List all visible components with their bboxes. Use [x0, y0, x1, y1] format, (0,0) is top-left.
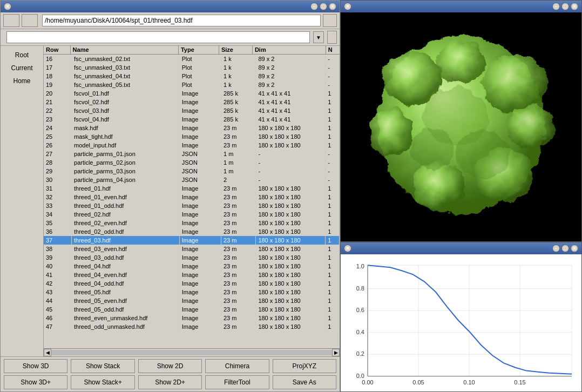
viewer-min-btn[interactable]: −	[552, 3, 560, 10]
table-row[interactable]: 26model_input.hdfImage23 m180 x 180 x 18…	[44, 141, 340, 150]
nav-bar	[1, 12, 340, 29]
info-button[interactable]	[323, 14, 337, 27]
fsc-title-bar: ✕ − □ ✕	[341, 242, 581, 254]
table-row[interactable]: 41threed_04_even.hdfImage23 m180 x 180 x…	[44, 271, 340, 279]
main-area: Root Current Home Row Name Type Size Dim…	[1, 46, 340, 356]
sidebar-item-current[interactable]: Current	[1, 62, 43, 74]
viewer-content	[341, 12, 581, 241]
chimera-button[interactable]: Chimera	[205, 359, 269, 373]
show-2d-plus-button[interactable]: Show 2D+	[138, 375, 202, 389]
table-row[interactable]: 32threed_01_even.hdfImage23 m180 x 180 x…	[44, 193, 340, 201]
viewer-max-btn[interactable]: □	[561, 3, 569, 10]
svg-text:0.4: 0.4	[356, 329, 364, 335]
table-row[interactable]: 30particle_parms_04.jsonJSON2--	[44, 175, 340, 184]
col-header-type[interactable]: Type	[178, 46, 219, 55]
viewer-close-btn[interactable]: ✕	[344, 3, 351, 10]
bottom-buttons: Show 3D Show Stack Show 2D Chimera ProjX…	[1, 356, 340, 391]
svg-text:0.00: 0.00	[362, 379, 373, 386]
show-3d-plus-button[interactable]: Show 3D+	[4, 375, 67, 389]
table-row[interactable]: 20fscvol_01.hdfImage285 k41 x 41 x 411	[44, 89, 340, 98]
show-2d-button[interactable]: Show 2D	[138, 359, 202, 373]
show-stack-button[interactable]: Show Stack	[71, 359, 134, 373]
table-scroll[interactable]: 16fsc_unmasked_02.txtPlot1 k89 x 2-17fsc…	[44, 55, 340, 348]
filter-dropdown-btn[interactable]: ▼	[313, 31, 324, 43]
col-header-dim[interactable]: Dim	[252, 46, 326, 55]
svg-text:0.8: 0.8	[356, 285, 364, 292]
sidebar-item-home[interactable]: Home	[1, 75, 43, 87]
table-row[interactable]: 45threed_05_odd.hdfImage23 m180 x 180 x …	[44, 305, 340, 314]
svg-text:1.0: 1.0	[356, 263, 364, 269]
table-header: Row Name Type Size Dim N	[44, 46, 340, 55]
save-as-button[interactable]: Save As	[273, 375, 336, 389]
svg-point-9	[456, 130, 510, 178]
fsc-panel: ✕ − □ ✕ 0.0 0.2 0.4 0.6 0.8 1.0	[340, 242, 582, 392]
table-row[interactable]: 38threed_03_even.hdfImage23 m180 x 180 x…	[44, 245, 340, 253]
table-row[interactable]: 47threed_odd_unmasked.hdfImage23 m180 x …	[44, 322, 340, 331]
table-row[interactable]: 40threed_04.hdfImage23 m180 x 180 x 1801	[44, 262, 340, 271]
path-input[interactable]	[42, 15, 321, 26]
maximize-button[interactable]: □	[320, 3, 327, 10]
table-row[interactable]: 24mask.hdfImage23 m180 x 180 x 1801	[44, 124, 340, 132]
table-row[interactable]: 39threed_03_odd.hdfImage23 m180 x 180 x …	[44, 253, 340, 262]
col-header-name[interactable]: Name	[70, 46, 178, 55]
table-row[interactable]: 43threed_05.hdfImage23 m180 x 180 x 1801	[44, 288, 340, 296]
table-row[interactable]: 18fsc_unmasked_04.txtPlot1 k89 x 2-	[44, 72, 340, 80]
table-row[interactable]: 42threed_04_odd.hdfImage23 m180 x 180 x …	[44, 279, 340, 288]
close-button[interactable]: ✕	[4, 3, 11, 10]
table-row[interactable]: 34threed_02.hdfImage23 m180 x 180 x 1801	[44, 210, 340, 219]
svg-point-7	[507, 105, 556, 148]
table-row[interactable]: 25mask_tight.hdfImage23 m180 x 180 x 180…	[44, 132, 340, 141]
show-stack-plus-button[interactable]: Show Stack+	[71, 375, 134, 389]
svg-point-5	[437, 40, 485, 84]
table-row[interactable]: 19fsc_unmasked_05.txtPlot1 k89 x 2-	[44, 80, 340, 89]
horizontal-scrollbar: ◀ ▶	[44, 348, 340, 356]
fsc-min-btn[interactable]: −	[552, 245, 560, 252]
close-button-right[interactable]: ✕	[329, 3, 336, 10]
viewer-panel: ✕ − □ ✕	[340, 0, 582, 242]
svg-text:0.6: 0.6	[356, 307, 364, 313]
table-row[interactable]: 16fsc_unmasked_02.txtPlot1 k89 x 2-	[44, 55, 340, 63]
table-row[interactable]: 28particle_parms_02.jsonJSON1 m--	[44, 158, 340, 167]
table-row[interactable]: 22fscvol_03.hdfImage285 k41 x 41 x 411	[44, 106, 340, 115]
table-row[interactable]: 44threed_05_even.hdfImage23 m180 x 180 x…	[44, 296, 340, 305]
col-header-size[interactable]: Size	[219, 46, 252, 55]
filtertool-button[interactable]: FilterTool	[205, 375, 269, 389]
scroll-left-btn[interactable]: ◀	[44, 349, 51, 356]
table-row[interactable]: 36threed_02_odd.hdfImage23 m180 x 180 x …	[44, 227, 340, 236]
title-bar-buttons: ✕	[4, 3, 11, 10]
minimize-button[interactable]: −	[310, 3, 318, 10]
fsc-close-btn[interactable]: ✕	[344, 245, 351, 252]
table-row[interactable]: 35threed_02_even.hdfImage23 m180 x 180 x…	[44, 219, 340, 227]
molecule-svg	[348, 19, 574, 235]
viewer-close-btn2[interactable]: ✕	[571, 3, 578, 10]
forward-button[interactable]	[22, 14, 38, 27]
fsc-max-btn[interactable]: □	[561, 245, 569, 252]
back-button[interactable]	[3, 14, 19, 27]
table-row[interactable]: 23fscvol_04.hdfImage285 k41 x 41 x 411	[44, 115, 340, 124]
fsc-close-btn2[interactable]: ✕	[571, 245, 578, 252]
table-row[interactable]: 31threed_01.hdfImage23 m180 x 180 x 1801	[44, 184, 340, 193]
show-3d-button[interactable]: Show 3D	[4, 359, 67, 373]
projxyz-button[interactable]: ProjXYZ	[273, 359, 336, 373]
file-table-container: Row Name Type Size Dim N 16fsc_unmasked_…	[44, 46, 340, 356]
scroll-right-btn[interactable]: ▶	[332, 349, 340, 356]
scroll-track[interactable]	[51, 350, 332, 355]
filter-input[interactable]	[6, 31, 310, 43]
table-row[interactable]: 29particle_parms_03.jsonJSON1 m--	[44, 167, 340, 175]
sel-all-button[interactable]	[327, 31, 337, 44]
table-row[interactable]: 21fscvol_02.hdfImage285 k41 x 41 x 411	[44, 98, 340, 106]
col-header-n[interactable]: N	[326, 46, 340, 55]
table-row[interactable]: 27particle_parms_01.jsonJSON1 m--	[44, 150, 340, 158]
button-row-2: Show 3D+ Show Stack+ Show 2D+ FilterTool…	[4, 375, 336, 389]
table-row[interactable]: 33threed_01_odd.hdfImage23 m180 x 180 x …	[44, 201, 340, 210]
table-row[interactable]: 17fsc_unmasked_03.txtPlot1 k89 x 2-	[44, 63, 340, 72]
svg-text:0.10: 0.10	[463, 379, 475, 386]
col-header-row[interactable]: Row	[44, 46, 70, 55]
table-row[interactable]: 46threed_even_unmasked.hdfImage23 m180 x…	[44, 314, 340, 322]
table-row[interactable]: 37threed_03.hdfImage23 m180 x 180 x 1801	[44, 236, 340, 245]
sidebar-item-root[interactable]: Root	[1, 49, 43, 61]
svg-text:0.05: 0.05	[412, 379, 424, 386]
svg-point-10	[410, 128, 453, 169]
svg-text:0.15: 0.15	[514, 379, 525, 386]
svg-point-6	[369, 108, 412, 157]
